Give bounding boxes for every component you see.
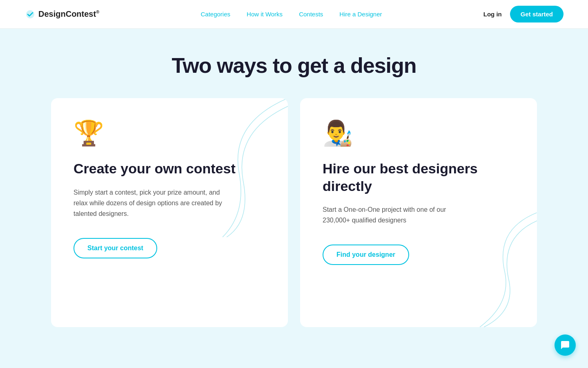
- nav-hire-designer[interactable]: Hire a Designer: [339, 11, 382, 18]
- main-content: Two ways to get a design 🏆 Create your o…: [0, 29, 588, 368]
- header: DesignContest® Categories How it Works C…: [0, 0, 588, 29]
- contest-icon: 🏆: [74, 119, 265, 148]
- page-title: Two ways to get a design: [33, 53, 555, 78]
- logo-text: DesignContest®: [38, 9, 99, 19]
- start-contest-button[interactable]: Start your contest: [74, 238, 157, 258]
- main-nav: Categories How it Works Contests Hire a …: [201, 11, 382, 18]
- nav-contests[interactable]: Contests: [299, 11, 323, 18]
- card2-curve-decoration: [472, 213, 537, 327]
- login-button[interactable]: Log in: [483, 11, 502, 18]
- chat-icon: [560, 340, 570, 350]
- logo[interactable]: DesignContest®: [24, 9, 99, 20]
- logo-brand: Design: [38, 9, 66, 18]
- cards-container: 🏆 Create your own contest Simply start a…: [33, 98, 555, 327]
- hire-designer-description: Start a One-on-One project with one of o…: [323, 204, 474, 226]
- nav-categories[interactable]: Categories: [201, 11, 231, 18]
- contest-description: Simply start a contest, pick your prize …: [74, 187, 225, 220]
- header-actions: Log in Get started: [483, 6, 564, 22]
- logo-icon: [24, 9, 36, 20]
- find-designer-button[interactable]: Find your designer: [323, 245, 409, 265]
- hire-designer-title: Hire our best designers directly: [323, 160, 514, 195]
- chat-button[interactable]: [555, 334, 576, 356]
- logo-brand2: Contest: [66, 9, 96, 18]
- contest-title: Create your own contest: [74, 160, 265, 177]
- nav-how-it-works[interactable]: How it Works: [247, 11, 283, 18]
- get-started-button[interactable]: Get started: [510, 6, 564, 22]
- logo-trademark: ®: [96, 9, 99, 14]
- hire-designer-card: 👨‍🎨 Hire our best designers directly Sta…: [300, 98, 537, 327]
- contest-card: 🏆 Create your own contest Simply start a…: [51, 98, 288, 327]
- designer-icon: 👨‍🎨: [323, 119, 514, 148]
